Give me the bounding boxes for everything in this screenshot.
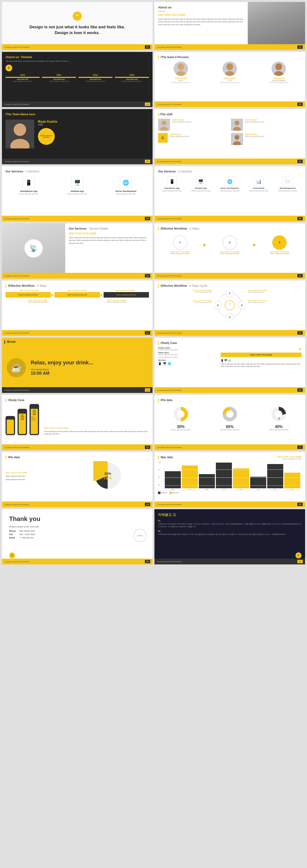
section-tag-wf5: /Effective Workflow - 5 Steps xyxy=(5,284,149,288)
phone2-text: Click to add your text here xyxy=(31,416,38,421)
phone2-screen: ADD YOUR TITLE HERE Click to add your te… xyxy=(31,409,38,434)
timeline-quote: "We grow and learn something new everyda… xyxy=(5,60,149,62)
kr-sections: 01 안녕하세요 V.TIP(www.V-TIP.COM) 에 관심을 가져 주… xyxy=(158,520,302,536)
study14-device-icon-1: 🖥️ xyxy=(224,359,227,362)
quote-icon-circle: ❝ xyxy=(73,11,82,21)
cycle4-layout: ADD YOUR TITLE HERE Click to add your te… xyxy=(158,290,302,321)
company-10: Company name-Presentation xyxy=(157,275,182,277)
svc5-item-0: 📱 Smartphone App Click to add your text … xyxy=(158,177,186,192)
num-18: 19 xyxy=(298,503,303,506)
num-4: 05 xyxy=(298,102,303,106)
slide-16: /Pie data 30% Click to add your text her… xyxy=(155,395,305,450)
sd-text: Click to add your text here Click to add… xyxy=(69,236,149,245)
ty-phone-label: Phone xyxy=(9,530,18,532)
bar-col-3 xyxy=(216,463,232,488)
ty-fax-label: Fax xyxy=(9,533,18,536)
company-14: Company name-Presentation xyxy=(157,389,182,391)
company-6: Company name-Presentation xyxy=(157,160,182,163)
study14-yellow-box: ADD YOUR TITLE HERE xyxy=(221,352,302,357)
ty-fax: 000 - 0000 0000 xyxy=(20,533,35,536)
section-tag-pie16: /Pie data xyxy=(158,399,302,402)
pie16-item-2: 40% Click to add your text here xyxy=(269,406,288,431)
wf5-box-2: Click to add your text here xyxy=(104,292,149,298)
bar18-chart: data data data data xyxy=(163,462,302,491)
svc5-item-1: 🖥️ Desktop App Click to add your text he… xyxy=(187,177,215,192)
num-15: 16 xyxy=(145,445,150,449)
slide-8: Our Services - 5 Services 📱 Smartphone A… xyxy=(155,166,305,221)
wf3-step-1: 2 ADD YOUR TITLE HERE Click to add your … xyxy=(208,236,251,254)
ty-phone-row: Phone 000 00000 0000 xyxy=(9,530,145,532)
svc5-item-3: 📊 Social Media Click to add your text he… xyxy=(245,177,273,192)
bar18-header: /Bar data ADD YOUR TITLE HERE Click to a… xyxy=(158,456,302,460)
staff-item-0: Josh Kumis Click to add your text here xyxy=(158,119,229,131)
study14-icons: 📱 🖥️ 🌐 xyxy=(158,362,218,365)
bar18-chart-area: 100 75 50 25 data xyxy=(158,462,302,491)
bar-col-2 xyxy=(199,474,215,489)
num-13: 14 xyxy=(145,389,150,392)
wf3-step-2: 3 ADD YOUR TITLE HERE Click to add your … xyxy=(258,236,302,254)
section-tag-pie17: /Pie data xyxy=(5,456,149,459)
company-name: Company name-Presentation xyxy=(4,46,29,48)
section-tag-break: /Break xyxy=(4,340,15,344)
cycle4-left-labels: ADD YOUR TITLE HERE Click to add your te… xyxy=(158,290,212,321)
slide-footer-3: Company name-Presentation 04 xyxy=(2,101,152,107)
staff-info-3: Josh Kumis Click to add your text here xyxy=(245,133,302,137)
ty-logo-circle: LOGO xyxy=(133,529,146,542)
num-7: 08 xyxy=(145,217,150,220)
section-tag-services3: Our Services - 3 Services xyxy=(5,170,149,173)
section-tag-svcdetail: Our Services - Service Details xyxy=(69,227,149,230)
slide-7: Our Services - 3 Services 📱 Smartphone A… xyxy=(2,166,152,221)
bar18-add-title: ADD YOUR TITLE HERE xyxy=(277,456,302,458)
staff-avatar-1 xyxy=(231,119,243,131)
staff-info-1: Josh Kumis Click to add your text here xyxy=(245,119,302,123)
wf5-label-3: ADD YOUR TITLE HERE Click to add your te… xyxy=(5,300,70,303)
pie16-item-1: 60% Click to add your text here xyxy=(220,406,239,431)
cycle4-label-1: ADD YOUR TITLE HERE Click to add your te… xyxy=(248,290,302,293)
company-19: Company name-Presentation xyxy=(4,561,29,563)
section-tag-wf3: /Effective Workflow - 3 Steps xyxy=(158,227,302,230)
slide-footer-4: Company name-Presentation 05 xyxy=(155,101,305,107)
avatar-svg-0 xyxy=(174,61,188,76)
cycle4-svg: C 1 2 3 4 xyxy=(214,290,245,321)
avatar-1 xyxy=(223,61,237,76)
slide-footer-12: Company name-Presentation 13 xyxy=(155,330,305,336)
study-icon-1: 🖥️ xyxy=(163,362,166,365)
study14-right: ★ ADD YOUR TITLE HERE 📱 🖥️ 📊 Click to ad… xyxy=(221,347,302,368)
service-icon-desktop: 🖥️ xyxy=(71,177,83,189)
slide-13: /Break ☕ Relax, enjoy your drink... next… xyxy=(2,338,152,393)
pie16-svg-1 xyxy=(221,406,238,423)
staff-avatar-0 xyxy=(158,119,170,131)
wf3-circle-1: 2 xyxy=(223,236,237,250)
company-16: Company name-Presentation xyxy=(157,446,182,448)
slide-footer-17: Company name-Presentation 18 xyxy=(2,501,152,507)
svg-point-3 xyxy=(225,71,235,76)
about-text: Click to add your text here Click to add… xyxy=(158,18,244,26)
team3-person-1: Josh Kumis CTO Click to add your text he… xyxy=(207,61,252,83)
bar18-bar-3: data xyxy=(216,462,232,490)
pie16-row: 30% Click to add your text here 60% Clic… xyxy=(158,406,302,431)
kr-section-1: 02 V.TIP(www.V-TIP.com)을 통해 지역광고나 지역 내 광… xyxy=(158,530,302,536)
legend-1: 데이터2 xyxy=(170,492,179,494)
bar18-bar-7: data xyxy=(284,462,300,490)
num-3: 04 xyxy=(145,102,150,106)
bar-col-0 xyxy=(165,471,181,488)
company-4: Company name-Presentation xyxy=(157,103,182,105)
slide-3: /About us- Timeline "We grow and learn s… xyxy=(2,52,152,107)
svg-point-34 xyxy=(275,410,282,418)
pie17-chart-area: 30% 70% xyxy=(66,461,149,491)
bar18-bar-6: data xyxy=(267,462,283,490)
bar-col-4 xyxy=(233,468,249,488)
svg-point-13 xyxy=(235,121,239,125)
svg-point-30 xyxy=(177,410,184,418)
team-person-role: Staff xyxy=(38,123,149,126)
break-heading: Relax, enjoy your drink... xyxy=(31,360,148,366)
ty-email: ****@mail.com xyxy=(20,536,34,539)
study14-content: Project name Click to add your text here… xyxy=(158,347,302,368)
slide-2: About us ADD YOUR TITLE HERE Click to ad… xyxy=(155,2,305,50)
study14-text: Click to add your text here Click to add… xyxy=(221,363,302,368)
study14-star: ★ xyxy=(221,347,302,351)
service-icon-smartphone: 📱 xyxy=(23,177,35,189)
team-person-name: Ryan Kumis xyxy=(38,120,149,123)
slide-footer-11: Company name-Presentation 12 xyxy=(2,330,152,336)
service-detail-left-panel: 📡 xyxy=(2,223,65,273)
